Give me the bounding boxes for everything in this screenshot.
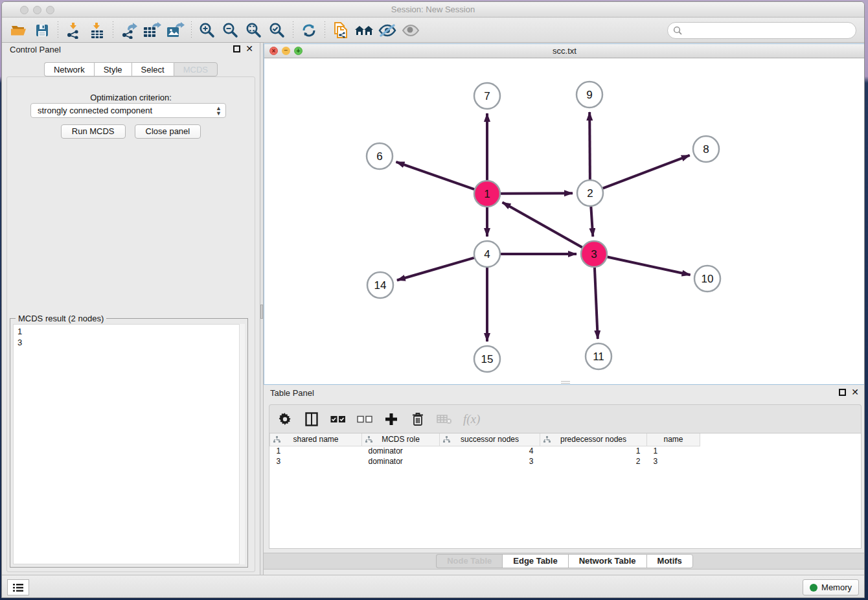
edge-4-14[interactable] (397, 258, 474, 281)
gear-icon[interactable] (277, 411, 293, 428)
tab-style[interactable]: Style (94, 62, 131, 76)
graph-node-1[interactable]: 1 (474, 181, 500, 207)
column-header[interactable]: successor nodes (440, 433, 540, 446)
tab-node-table[interactable]: Node Table (436, 554, 502, 568)
network-view-frame: × − + scc.txt 7968124314101511 (264, 43, 865, 385)
clone-network-icon[interactable] (329, 20, 352, 41)
memory-status-icon (810, 584, 817, 592)
graph-node-6[interactable]: 6 (367, 143, 393, 169)
memory-button[interactable]: Memory (803, 579, 859, 595)
result-scrollbar[interactable] (239, 324, 245, 564)
column-header[interactable]: predecessor nodes (540, 433, 647, 446)
zoom-selected-icon[interactable] (266, 20, 289, 41)
column-header[interactable]: name (647, 433, 700, 446)
tab-network[interactable]: Network (44, 62, 94, 76)
table-row[interactable]: 3dominator323 (270, 456, 700, 467)
svg-text:15: 15 (481, 353, 494, 365)
tab-network-table[interactable]: Network Table (568, 554, 646, 568)
title-bar: Session: New Session (2, 2, 864, 17)
table-close-icon[interactable]: ✕ (851, 387, 859, 397)
node-table[interactable]: shared nameMCDS rolesuccessor nodesprede… (269, 433, 862, 549)
network-canvas[interactable]: 7968124314101511 (264, 58, 865, 384)
import-network-icon[interactable] (62, 20, 86, 41)
tab-mcds[interactable]: MCDS (174, 62, 218, 76)
table-cell[interactable]: 3 (270, 456, 362, 467)
table-cell[interactable]: 1 (540, 446, 647, 456)
graph-node-4[interactable]: 4 (474, 241, 500, 267)
export-network-icon[interactable] (117, 20, 141, 41)
graph-node-8[interactable]: 8 (693, 136, 719, 162)
table-cell[interactable]: 3 (440, 456, 540, 467)
fx-label: f(x) (463, 412, 480, 426)
table-cell[interactable]: 1 (270, 446, 362, 456)
refresh-icon[interactable] (297, 20, 321, 41)
show-all-icon[interactable] (399, 20, 422, 41)
export-image-icon[interactable] (164, 20, 187, 41)
graph-node-14[interactable]: 14 (367, 272, 393, 298)
optimization-criterion-label: Optimization criterion: (7, 93, 255, 102)
edge-2-8[interactable] (603, 156, 690, 189)
svg-text:3: 3 (591, 248, 597, 260)
delete-column-icon[interactable] (410, 411, 426, 428)
tab-edge-table[interactable]: Edge Table (502, 554, 567, 568)
graph-node-15[interactable]: 15 (474, 346, 500, 372)
graph-node-2[interactable]: 2 (577, 180, 603, 206)
toolbar-separator (293, 21, 293, 40)
task-history-button[interactable] (7, 579, 29, 595)
splitter-grip[interactable] (260, 305, 263, 319)
zoom-fit-icon[interactable] (242, 20, 266, 41)
zoom-out-icon[interactable] (219, 20, 242, 41)
table-float-icon[interactable] (839, 389, 846, 396)
graph-node-9[interactable]: 9 (577, 82, 602, 108)
table-cell[interactable]: dominator (362, 456, 440, 467)
close-panel-icon[interactable]: ✕ (246, 44, 253, 53)
save-session-icon[interactable] (30, 20, 54, 41)
open-file-icon[interactable] (7, 20, 30, 41)
column-header[interactable]: shared name (270, 433, 362, 446)
svg-text:9: 9 (586, 89, 592, 101)
column-layout-icon[interactable] (304, 411, 319, 428)
mcds-result-box: MCDS result (2 nodes) 1 3 (10, 318, 248, 568)
run-mcds-button[interactable]: Run MCDS (61, 124, 126, 139)
table-cell[interactable]: 2 (540, 456, 647, 467)
table-cell[interactable]: 1 (647, 446, 700, 456)
edge-3-10[interactable] (608, 257, 691, 275)
select-all-icon[interactable] (330, 411, 346, 428)
edge-2-9[interactable] (589, 112, 590, 179)
graph-node-3[interactable]: 3 (581, 241, 607, 267)
search-input[interactable] (685, 24, 851, 37)
mcds-result-text[interactable]: 1 3 (13, 324, 245, 564)
tab-motifs[interactable]: Motifs (646, 554, 693, 568)
optimization-criterion-select[interactable]: strongly connected component ▲▼ (30, 103, 226, 118)
table-cell[interactable]: 4 (440, 446, 540, 456)
edge-1-2[interactable] (501, 193, 573, 194)
first-neighbors-icon[interactable] (352, 20, 376, 41)
hide-selected-icon[interactable] (376, 20, 399, 41)
table-row[interactable]: 1dominator411 (270, 446, 700, 456)
table-cell[interactable]: dominator (362, 446, 440, 456)
deselect-all-icon[interactable] (357, 411, 372, 428)
svg-text:4: 4 (484, 248, 490, 260)
add-column-icon[interactable] (383, 411, 399, 428)
edge-1-6[interactable] (396, 162, 474, 189)
graph-node-11[interactable]: 11 (586, 343, 611, 369)
toolbar-separator (58, 21, 58, 40)
frame-resize-grip[interactable] (561, 381, 570, 384)
graph-node-7[interactable]: 7 (474, 83, 500, 109)
status-bar: Memory (2, 575, 864, 598)
graph-node-10[interactable]: 10 (694, 266, 720, 292)
import-table-icon[interactable] (86, 20, 109, 41)
float-panel-icon[interactable] (233, 45, 240, 52)
column-header[interactable]: MCDS role (362, 433, 440, 446)
table-toolbar: f(x) (269, 404, 862, 433)
network-graph[interactable]: 7968124314101511 (264, 58, 865, 384)
zoom-in-icon[interactable] (196, 20, 219, 41)
close-panel-button[interactable]: Close panel (135, 124, 201, 139)
svg-text:2: 2 (587, 187, 593, 200)
tab-select[interactable]: Select (131, 62, 174, 76)
table-cell[interactable]: 3 (647, 456, 700, 467)
edge-2-3[interactable] (591, 207, 593, 237)
export-table-icon[interactable] (141, 20, 164, 41)
edge-3-1[interactable] (503, 202, 582, 247)
edge-3-11[interactable] (595, 268, 598, 339)
